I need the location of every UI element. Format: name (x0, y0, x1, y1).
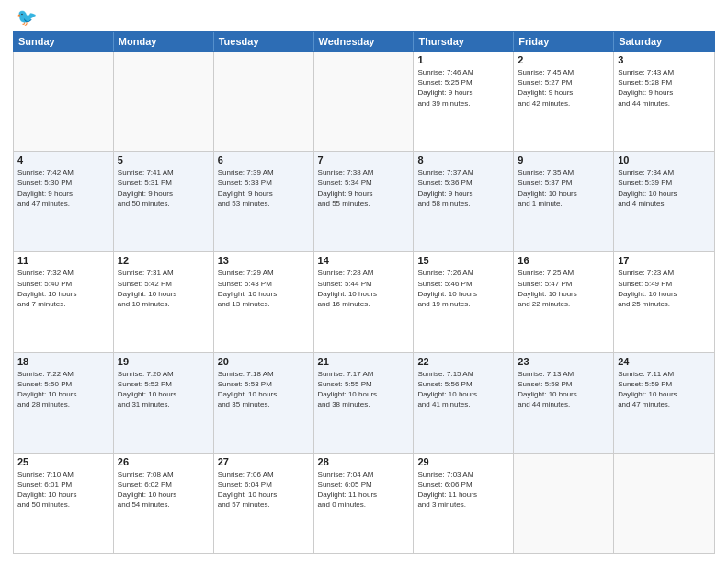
calendar-cell: 19Sunrise: 7:20 AM Sunset: 5:52 PM Dayli… (114, 353, 214, 453)
calendar-cell: 5Sunrise: 7:41 AM Sunset: 5:31 PM Daylig… (114, 152, 214, 251)
calendar-header: SundayMondayTuesdayWednesdayThursdayFrid… (13, 31, 715, 52)
calendar-week-1: 1Sunrise: 7:46 AM Sunset: 5:25 PM Daylig… (14, 52, 714, 152)
day-number: 2 (518, 54, 609, 65)
calendar-cell (314, 52, 415, 151)
calendar-header-friday: Friday (514, 32, 614, 51)
calendar-cell: 7Sunrise: 7:38 AM Sunset: 5:34 PM Daylig… (314, 152, 415, 251)
day-info: Sunrise: 7:41 AM Sunset: 5:31 PM Dayligh… (118, 167, 210, 209)
calendar-cell: 20Sunrise: 7:18 AM Sunset: 5:53 PM Dayli… (214, 353, 314, 453)
day-info: Sunrise: 7:15 AM Sunset: 5:56 PM Dayligh… (417, 369, 509, 410)
day-info: Sunrise: 7:11 AM Sunset: 5:59 PM Dayligh… (618, 369, 711, 410)
calendar-cell: 2Sunrise: 7:45 AM Sunset: 5:27 PM Daylig… (514, 52, 614, 151)
day-info: Sunrise: 7:26 AM Sunset: 5:46 PM Dayligh… (417, 268, 509, 309)
day-number: 8 (417, 155, 509, 166)
calendar-cell: 9Sunrise: 7:35 AM Sunset: 5:37 PM Daylig… (514, 152, 614, 251)
calendar-cell (14, 52, 114, 151)
calendar-cell (214, 52, 314, 151)
calendar-cell: 28Sunrise: 7:04 AM Sunset: 6:05 PM Dayli… (314, 454, 415, 553)
calendar-cell: 18Sunrise: 7:22 AM Sunset: 5:50 PM Dayli… (14, 353, 114, 453)
day-number: 19 (118, 356, 210, 367)
day-number: 26 (118, 456, 210, 467)
calendar-cell: 29Sunrise: 7:03 AM Sunset: 6:06 PM Dayli… (414, 454, 514, 553)
calendar-body: 1Sunrise: 7:46 AM Sunset: 5:25 PM Daylig… (13, 52, 715, 554)
calendar-cell: 3Sunrise: 7:43 AM Sunset: 5:28 PM Daylig… (614, 52, 714, 151)
day-number: 16 (518, 255, 609, 266)
day-info: Sunrise: 7:28 AM Sunset: 5:44 PM Dayligh… (318, 268, 410, 309)
calendar-week-2: 4Sunrise: 7:42 AM Sunset: 5:30 PM Daylig… (14, 152, 714, 252)
calendar-cell: 10Sunrise: 7:34 AM Sunset: 5:39 PM Dayli… (614, 152, 714, 251)
day-info: Sunrise: 7:38 AM Sunset: 5:34 PM Dayligh… (318, 167, 410, 209)
day-number: 28 (318, 456, 410, 467)
day-number: 17 (618, 255, 711, 266)
day-number: 22 (417, 356, 509, 367)
calendar-cell: 26Sunrise: 7:08 AM Sunset: 6:02 PM Dayli… (114, 454, 214, 553)
calendar-cell: 4Sunrise: 7:42 AM Sunset: 5:30 PM Daylig… (14, 152, 114, 251)
day-number: 11 (17, 255, 109, 266)
calendar-cell: 17Sunrise: 7:23 AM Sunset: 5:49 PM Dayli… (614, 252, 714, 351)
day-info: Sunrise: 7:45 AM Sunset: 5:27 PM Dayligh… (518, 67, 609, 109)
day-info: Sunrise: 7:34 AM Sunset: 5:39 PM Dayligh… (618, 167, 711, 209)
calendar-cell: 25Sunrise: 7:10 AM Sunset: 6:01 PM Dayli… (14, 454, 114, 553)
day-number: 4 (17, 155, 109, 166)
calendar: SundayMondayTuesdayWednesdayThursdayFrid… (13, 31, 715, 554)
day-info: Sunrise: 7:03 AM Sunset: 6:06 PM Dayligh… (417, 469, 509, 511)
day-number: 12 (118, 255, 210, 266)
calendar-cell: 6Sunrise: 7:39 AM Sunset: 5:33 PM Daylig… (214, 152, 314, 251)
calendar-cell: 12Sunrise: 7:31 AM Sunset: 5:42 PM Dayli… (114, 252, 214, 351)
calendar-cell: 16Sunrise: 7:25 AM Sunset: 5:47 PM Dayli… (514, 252, 614, 351)
calendar-cell: 13Sunrise: 7:29 AM Sunset: 5:43 PM Dayli… (214, 252, 314, 351)
day-info: Sunrise: 7:32 AM Sunset: 5:40 PM Dayligh… (17, 268, 109, 309)
calendar-cell (114, 52, 214, 151)
day-info: Sunrise: 7:43 AM Sunset: 5:28 PM Dayligh… (618, 67, 711, 109)
calendar-week-4: 18Sunrise: 7:22 AM Sunset: 5:50 PM Dayli… (14, 353, 714, 454)
calendar-cell: 15Sunrise: 7:26 AM Sunset: 5:46 PM Dayli… (414, 252, 514, 351)
day-info: Sunrise: 7:10 AM Sunset: 6:01 PM Dayligh… (17, 469, 109, 511)
day-info: Sunrise: 7:46 AM Sunset: 5:25 PM Dayligh… (417, 67, 509, 109)
day-number: 23 (518, 356, 609, 367)
calendar-week-3: 11Sunrise: 7:32 AM Sunset: 5:40 PM Dayli… (14, 252, 714, 352)
day-number: 24 (618, 356, 711, 367)
day-number: 27 (218, 456, 310, 467)
day-info: Sunrise: 7:29 AM Sunset: 5:43 PM Dayligh… (218, 268, 310, 309)
day-number: 29 (417, 456, 509, 467)
header: 🐦 (13, 9, 715, 26)
day-info: Sunrise: 7:13 AM Sunset: 5:58 PM Dayligh… (518, 369, 609, 410)
calendar-header-monday: Monday (114, 32, 214, 51)
day-info: Sunrise: 7:06 AM Sunset: 6:04 PM Dayligh… (218, 469, 310, 511)
day-info: Sunrise: 7:18 AM Sunset: 5:53 PM Dayligh… (218, 369, 310, 410)
calendar-cell (514, 454, 614, 553)
day-info: Sunrise: 7:37 AM Sunset: 5:36 PM Dayligh… (417, 167, 509, 209)
page: 🐦 SundayMondayTuesdayWednesdayThursdayFr… (0, 0, 728, 563)
calendar-week-5: 25Sunrise: 7:10 AM Sunset: 6:01 PM Dayli… (14, 454, 714, 553)
day-number: 14 (318, 255, 410, 266)
day-info: Sunrise: 7:20 AM Sunset: 5:52 PM Dayligh… (118, 369, 210, 410)
day-number: 18 (17, 356, 109, 367)
day-number: 21 (318, 356, 410, 367)
day-info: Sunrise: 7:08 AM Sunset: 6:02 PM Dayligh… (118, 469, 210, 511)
calendar-cell: 21Sunrise: 7:17 AM Sunset: 5:55 PM Dayli… (314, 353, 415, 453)
calendar-cell: 1Sunrise: 7:46 AM Sunset: 5:25 PM Daylig… (414, 52, 514, 151)
day-number: 25 (17, 456, 109, 467)
calendar-header-sunday: Sunday (14, 32, 114, 51)
calendar-cell: 23Sunrise: 7:13 AM Sunset: 5:58 PM Dayli… (514, 353, 614, 453)
calendar-header-tuesday: Tuesday (214, 32, 314, 51)
day-info: Sunrise: 7:39 AM Sunset: 5:33 PM Dayligh… (218, 167, 310, 209)
calendar-cell: 22Sunrise: 7:15 AM Sunset: 5:56 PM Dayli… (414, 353, 514, 453)
calendar-cell: 24Sunrise: 7:11 AM Sunset: 5:59 PM Dayli… (614, 353, 714, 453)
logo: 🐦 (13, 9, 37, 26)
day-info: Sunrise: 7:31 AM Sunset: 5:42 PM Dayligh… (118, 268, 210, 309)
day-number: 10 (618, 155, 711, 166)
day-number: 5 (118, 155, 210, 166)
day-number: 15 (417, 255, 509, 266)
day-info: Sunrise: 7:04 AM Sunset: 6:05 PM Dayligh… (318, 469, 410, 511)
day-number: 9 (518, 155, 609, 166)
day-info: Sunrise: 7:23 AM Sunset: 5:49 PM Dayligh… (618, 268, 711, 309)
day-info: Sunrise: 7:22 AM Sunset: 5:50 PM Dayligh… (17, 369, 109, 410)
calendar-cell: 8Sunrise: 7:37 AM Sunset: 5:36 PM Daylig… (414, 152, 514, 251)
day-info: Sunrise: 7:17 AM Sunset: 5:55 PM Dayligh… (318, 369, 410, 410)
calendar-cell: 27Sunrise: 7:06 AM Sunset: 6:04 PM Dayli… (214, 454, 314, 553)
calendar-cell: 11Sunrise: 7:32 AM Sunset: 5:40 PM Dayli… (14, 252, 114, 351)
day-number: 13 (218, 255, 310, 266)
day-info: Sunrise: 7:35 AM Sunset: 5:37 PM Dayligh… (518, 167, 609, 209)
day-number: 1 (417, 54, 509, 65)
